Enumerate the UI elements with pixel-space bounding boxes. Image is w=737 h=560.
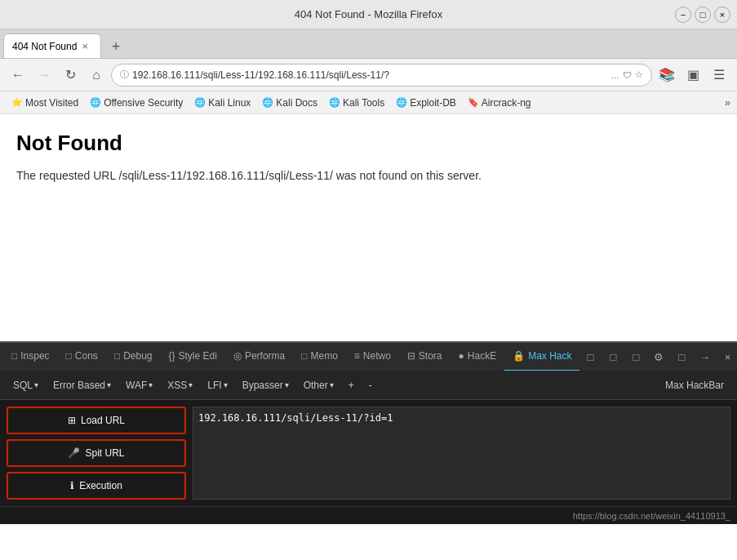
hackbar-action-buttons: ⊞ Load URL 🎤 Spit URL ℹ Execution	[7, 407, 186, 500]
chevron-down-icon: ▾	[285, 380, 289, 389]
hackbar-menu-waf[interactable]: WAF ▾	[119, 376, 159, 394]
shield-icon[interactable]: 🛡	[623, 70, 632, 80]
lock-icon: 🔒	[513, 350, 525, 362]
menu-button[interactable]: ☰	[708, 64, 730, 87]
hackbar-menu: SQL ▾ Error Based ▾ WAF ▾ XSS ▾ LFI ▾ By…	[0, 371, 737, 400]
globe-icon: 🌐	[396, 97, 407, 108]
devtools-more-button[interactable]: □	[671, 346, 692, 367]
hackbar-menu-error-based[interactable]: Error Based ▾	[47, 376, 118, 394]
tab-close-button[interactable]: ×	[82, 40, 88, 52]
window-controls: − □ ×	[675, 7, 730, 23]
devtool-tab-storage[interactable]: ⊟ Stora	[399, 342, 451, 371]
menu-label: SQL	[13, 380, 33, 391]
address-actions: … 🛡 ☆	[610, 69, 643, 80]
inspector-icon: □	[11, 350, 17, 362]
load-url-label: Load URL	[81, 415, 125, 426]
tab-label: 404 Not Found	[12, 41, 77, 52]
tab-label: Netwo	[363, 350, 391, 362]
tab-label: Debug	[123, 350, 152, 362]
close-devtools-button[interactable]: ×	[717, 346, 737, 367]
close-button[interactable]: ×	[714, 7, 730, 23]
bookmark-icon: 🔖	[468, 97, 479, 108]
devtool-tab-network[interactable]: ≡ Netwo	[346, 342, 399, 371]
hackbar-body: ⊞ Load URL 🎤 Spit URL ℹ Execution	[0, 400, 737, 506]
page-body: The requested URL /sqli/Less-11/192.168.…	[16, 169, 721, 182]
tab-label: Performa	[245, 350, 285, 362]
forward-button[interactable]: →	[33, 64, 55, 87]
bookmark-most-visited[interactable]: ⭐ Most Visited	[7, 96, 83, 110]
settings-button[interactable]: ⚙	[648, 346, 669, 367]
menu-label: Other	[304, 380, 328, 391]
bookmark-kali-tools[interactable]: 🌐 Kali Tools	[324, 96, 389, 110]
globe-icon: 🌐	[90, 97, 101, 108]
hackbar-menu-other[interactable]: Other ▾	[297, 376, 340, 394]
tab-label: Inspec	[20, 350, 49, 362]
library-button[interactable]: 📚	[655, 64, 678, 87]
bookmark-offensive-security[interactable]: 🌐 Offensive Security	[85, 96, 188, 110]
new-tab-button[interactable]: +	[104, 35, 127, 58]
bookmark-star-icon[interactable]: ☆	[635, 69, 643, 80]
nav-right-actions: 📚 ▣ ☰	[655, 64, 730, 87]
devtool-tab-debugger[interactable]: □ Debug	[106, 342, 161, 371]
more-button[interactable]: …	[610, 70, 619, 80]
devtool-tab-hackeb[interactable]: ● HackE	[451, 342, 505, 371]
split-url-button[interactable]: 🎤 Spit URL	[7, 439, 186, 467]
bookmark-label: Exploit-DB	[410, 97, 456, 109]
back-button[interactable]: ←	[7, 64, 29, 87]
maximize-button[interactable]: □	[695, 7, 711, 23]
performance-icon: ◎	[233, 350, 242, 362]
page-heading: Not Found	[16, 131, 721, 156]
debugger-icon: □	[114, 350, 120, 362]
tab-label: Memo	[310, 350, 337, 362]
expand-button[interactable]: →	[694, 346, 715, 367]
bookmark-exploit-db[interactable]: 🌐 Exploit-DB	[391, 96, 461, 110]
devtools-tab-bar: □ Inspec □ Cons □ Debug {} Style Edi ◎ P…	[0, 341, 737, 371]
menu-label: -	[369, 380, 372, 391]
hackbar-menu-xss[interactable]: XSS ▾	[161, 376, 199, 394]
devtool-tab-console[interactable]: □ Cons	[58, 342, 106, 371]
bookmark-kali-linux[interactable]: 🌐 Kali Linux	[189, 96, 255, 110]
bookmark-kali-docs[interactable]: 🌐 Kali Docs	[257, 96, 322, 110]
memory-icon: □	[301, 350, 307, 362]
load-url-button[interactable]: ⊞ Load URL	[7, 407, 186, 434]
status-text: https://blog.csdn.net/weixin_44110913_	[573, 511, 730, 521]
hackbar: SQL ▾ Error Based ▾ WAF ▾ XSS ▾ LFI ▾ By…	[0, 371, 737, 506]
menu-label: LFI	[207, 380, 221, 391]
split-horizontally-button[interactable]: □	[602, 346, 624, 367]
home-button[interactable]: ⌂	[85, 64, 108, 87]
address-bar[interactable]: ⓘ 192.168.16.111/sqli/Less-11/192.168.16…	[111, 64, 652, 87]
devtool-tab-inspector[interactable]: □ Inspec	[3, 342, 58, 371]
devtool-tab-performance[interactable]: ◎ Performa	[225, 342, 293, 371]
bookmark-label: Kali Tools	[343, 97, 384, 109]
nav-bar: ← → ↻ ⌂ ⓘ 192.168.16.111/sqli/Less-11/19…	[0, 59, 737, 91]
devtool-tab-style-editor[interactable]: {} Style Edi	[161, 342, 225, 371]
chevron-down-icon: ▾	[34, 380, 38, 389]
devtool-tab-maxhack[interactable]: 🔒 Max Hack	[504, 342, 579, 371]
network-icon: ≡	[354, 350, 360, 362]
bookmarks-overflow-button[interactable]: »	[725, 96, 730, 109]
hackbar-url-input[interactable]	[193, 407, 730, 500]
hackbar-menu-lfi[interactable]: LFI ▾	[201, 376, 233, 394]
devtools-right-controls: □ □ □ ⚙ □ → ×	[579, 346, 737, 367]
hackbar-menu-remove[interactable]: -	[362, 376, 379, 394]
execution-button[interactable]: ℹ Execution	[7, 472, 186, 500]
microphone-icon: 🎤	[68, 447, 80, 459]
title-bar: 404 Not Found - Mozilla Firefox − □ ×	[0, 0, 737, 29]
hackbar-menu-bypasser[interactable]: Bypasser ▾	[236, 376, 295, 394]
hackbar-input-area	[193, 407, 730, 500]
devtool-tab-memory[interactable]: □ Memo	[293, 342, 346, 371]
console-icon: □	[66, 350, 72, 362]
bookmark-aircrack-ng[interactable]: 🔖 Aircrack-ng	[463, 96, 536, 110]
dock-button[interactable]: □	[625, 346, 646, 367]
hackbar-menu-sql[interactable]: SQL ▾	[7, 376, 45, 394]
chevron-down-icon: ▾	[224, 380, 228, 389]
hackbar-menu-add[interactable]: +	[342, 376, 361, 394]
sidebar-button[interactable]: ▣	[682, 64, 704, 87]
minimize-button[interactable]: −	[675, 7, 691, 23]
refresh-button[interactable]: ↻	[59, 64, 82, 87]
split-vertically-button[interactable]: □	[579, 346, 601, 367]
globe-icon: 🌐	[329, 97, 340, 108]
chevron-down-icon: ▾	[149, 380, 153, 389]
tab-label: Style Edi	[179, 350, 217, 362]
active-tab[interactable]: 404 Not Found ×	[3, 33, 101, 58]
